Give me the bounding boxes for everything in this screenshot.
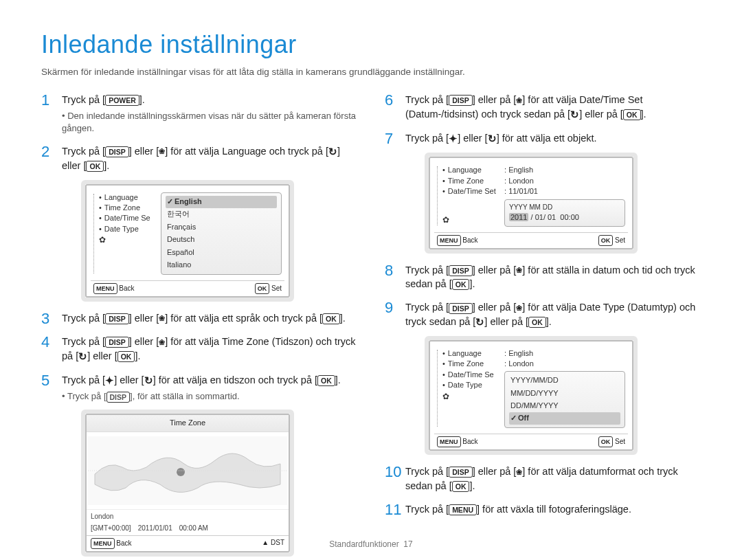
step-6: 6 Tryck på [DISP] eller på [❀] för att v… (385, 93, 701, 122)
value-timezone: London (508, 359, 534, 368)
popup-label: YYYY MM DD (509, 203, 620, 212)
menu-item: Date/Time Set (442, 186, 502, 197)
option-selected: Off (509, 412, 620, 425)
world-map-icon (87, 432, 289, 509)
value-language: English (508, 166, 533, 174)
menu-item: Language (99, 192, 158, 203)
timer-icon: ↻ (144, 374, 153, 388)
menu-item: Date/Time Se (99, 213, 158, 223)
menu-item: Time Zone (442, 176, 502, 186)
gear-icon (99, 234, 158, 246)
option: Italiano (166, 259, 277, 271)
back-label: Back (462, 438, 477, 445)
menu-label: MENU (437, 235, 461, 246)
value-datetime: 11/01/01 (508, 187, 538, 195)
popup-highlight: 2011 (509, 213, 528, 221)
step-number: 5 (41, 370, 49, 392)
timezone-info: London (87, 509, 289, 524)
disp-button-label: DISP (105, 146, 129, 157)
step-4: 4 Tryck på [DISP] eller [❀] för att välj… (41, 335, 357, 363)
step-text: ] för att växla till fotograferingsläge. (477, 504, 631, 515)
step-text: ]. (104, 160, 109, 171)
lcd-left-menu: Language Time Zone Date/Time Set (434, 162, 503, 229)
set-label: Set (615, 438, 625, 445)
step-number: 2 (41, 142, 49, 163)
lcd-left-menu: Language Time Zone Date/Time Se Date Typ… (434, 346, 503, 431)
ok-button-label: OK (322, 313, 340, 324)
lcd-footer-set: OK Set (598, 235, 625, 246)
ok-button-label: OK (528, 317, 546, 328)
timezone-time: 00:00 AM (179, 524, 208, 533)
flower-icon: ❀ (516, 467, 522, 478)
page-footer: Standardfunktioner 17 (0, 539, 742, 550)
flash-icon: ✦ (449, 132, 458, 146)
lcd-footer-set: OK Set (598, 436, 625, 447)
page-intro: Skärmen för inledande inställningar visa… (41, 66, 701, 79)
step-number: 6 (385, 90, 393, 111)
step-1-subnote: • Den inledande inställningsskärmen visa… (62, 110, 357, 135)
option-selected: English (166, 196, 277, 208)
timer-icon: ↻ (475, 315, 484, 329)
power-button-label: POWER (105, 95, 139, 106)
step-text: Tryck på [ (405, 133, 449, 144)
disp-button-label: DISP (449, 265, 473, 276)
step-text: ]. (139, 94, 145, 105)
flower-icon: ❀ (159, 146, 165, 157)
step-text: ] för att välja en tidszon och tryck på … (153, 374, 317, 385)
flower-icon: ❀ (159, 313, 165, 324)
step-3: 3 Tryck på [DISP] eller [❀] för att välj… (41, 311, 357, 325)
step-7: 7 Tryck på [✦] eller [↻] för att välja e… (385, 131, 701, 254)
step-text: ] eller på [ (473, 94, 517, 105)
lcd-footer-back: MENU Back (437, 436, 478, 447)
step-5-subnote: • Tryck på [DISP], för att ställa in som… (62, 390, 357, 403)
disp-button-label: DISP (106, 392, 131, 403)
datetime-popup: YYYY MM DD 2011 / 01/ 01 00:00 (504, 199, 625, 226)
step-2: 2 Tryck på [DISP] eller [❀] för att välj… (41, 144, 357, 302)
gear-icon (442, 391, 502, 403)
step-text: ]. (135, 350, 140, 361)
step-text: Tryck på [ (62, 374, 105, 385)
step-text: ] eller på [ (484, 316, 528, 327)
value-timezone: London (508, 177, 534, 185)
menu-item: Time Zone (99, 203, 158, 213)
step-text: Tryck på [ (405, 94, 449, 105)
step-5: 5 Tryck på [✦] eller [↻] för att välja e… (41, 373, 357, 557)
flower-icon: ❀ (516, 303, 522, 313)
step-text: ] eller på [ (579, 109, 623, 120)
step-1: 1 Tryck på [POWER]. • Den inledande inst… (41, 93, 357, 135)
ok-button-label: OK (86, 161, 104, 172)
left-column: 1 Tryck på [POWER]. • Den inledande inst… (41, 93, 357, 560)
option: Español (166, 246, 277, 258)
step-text: ]. (335, 374, 341, 385)
flower-icon: ❀ (516, 265, 522, 276)
step-text: Tryck på [ (62, 146, 105, 157)
ok-label: OK (598, 436, 614, 447)
menu-label: MENU (93, 283, 117, 294)
option: YYYY/MM/DD (509, 374, 620, 387)
lcd-right-values: : English : London : 11/01/01 YYYY MM DD… (503, 162, 628, 229)
step-text: ]. (641, 109, 647, 120)
step-number: 8 (385, 260, 393, 282)
step-text: ] eller [ (129, 336, 159, 347)
step-text: ] för att välja ett objekt. (497, 133, 597, 144)
timezone-date: 2011/01/01 (138, 524, 172, 533)
menu-item: Date/Time Se (442, 370, 502, 380)
timezone-title: Time Zone (87, 415, 289, 432)
menu-item: Language (442, 348, 502, 359)
disp-button-label: DISP (105, 337, 129, 348)
datetype-popup: YYYY/MM/DD MM/DD/YYYY DD/MM/YYYY Off (504, 371, 625, 429)
step-text: ]. (469, 278, 475, 289)
timezone-gmt: [GMT+00:00] (91, 524, 131, 533)
lcd-datetime-screenshot: Language Time Zone Date/Time Set : Engli… (425, 153, 638, 254)
ok-button-label: OK (317, 375, 335, 386)
step-text: ] eller [ (458, 133, 488, 144)
subnote-text: Tryck på [ (67, 391, 106, 401)
disp-button-label: DISP (449, 95, 473, 106)
step-11: 11 Tryck på [MENU] för att växla till fo… (385, 502, 701, 516)
step-text: Tryck på [ (62, 336, 105, 347)
timer-icon: ↻ (488, 132, 497, 146)
back-label: Back (462, 236, 477, 243)
step-text: ] för att välja Language och tryck på [ (165, 146, 328, 157)
disp-button-label: DISP (105, 313, 129, 324)
page-title: Inledande inställningar (41, 27, 701, 62)
